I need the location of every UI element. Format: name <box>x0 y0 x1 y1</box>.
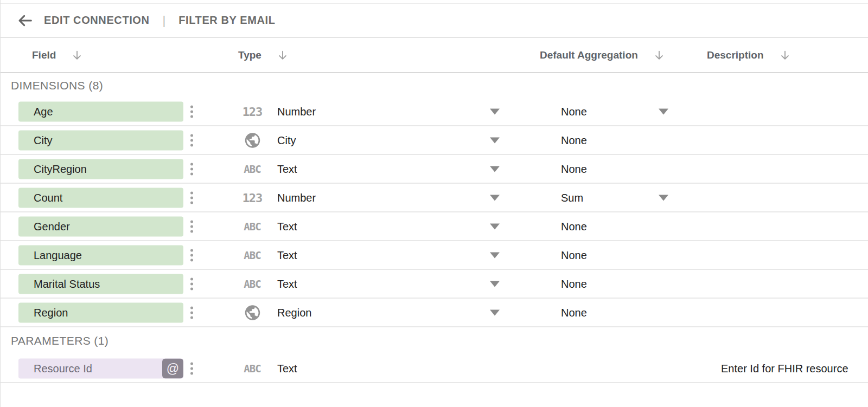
field-column-label: Field <box>32 49 56 61</box>
column-header-default-aggregation[interactable]: Default Aggregation <box>540 49 665 61</box>
field-editor-page: EDIT CONNECTION | FILTER BY EMAIL Field … <box>0 0 868 407</box>
type-select-value[interactable]: Text <box>277 163 297 175</box>
aggregation-value: None <box>561 220 587 232</box>
more-options-icon[interactable] <box>187 246 196 264</box>
type-select-value[interactable]: City <box>277 134 296 146</box>
text-type-icon: ABC <box>238 221 266 232</box>
more-options-icon[interactable] <box>187 188 196 207</box>
type-select-value[interactable]: Text <box>277 277 297 290</box>
column-header-type[interactable]: Type <box>238 49 289 61</box>
parameters-section-header: PARAMETERS (1) <box>1 327 868 354</box>
type-select-value[interactable]: Text <box>277 220 297 232</box>
field-name-chip[interactable]: CityRegion <box>18 159 183 179</box>
field-name-chip[interactable]: Age <box>18 101 183 121</box>
type-dropdown-caret-icon[interactable] <box>490 252 500 258</box>
type-dropdown-caret-icon[interactable] <box>490 137 500 143</box>
field-row-cityregion: CityRegion ABC Text None <box>1 155 868 184</box>
aggregation-value: None <box>561 306 587 319</box>
type-dropdown-caret-icon[interactable] <box>490 108 500 114</box>
aggregation-dropdown-caret-icon[interactable] <box>659 108 668 114</box>
type-select-value[interactable]: Number <box>277 191 316 204</box>
type-select-value[interactable]: Number <box>277 105 316 118</box>
more-options-icon[interactable] <box>187 131 196 150</box>
type-dropdown-caret-icon[interactable] <box>490 281 500 287</box>
arrow-back-icon <box>16 12 34 29</box>
more-options-icon[interactable] <box>187 159 196 178</box>
aggregation-select-value[interactable]: None <box>561 105 587 118</box>
field-row-marital-status: Marital Status ABC Text None <box>1 270 868 299</box>
more-options-icon[interactable] <box>187 217 196 236</box>
sort-down-icon[interactable] <box>653 49 665 61</box>
field-row-region: Region Region None <box>1 299 868 327</box>
filter-by-email-link[interactable]: FILTER BY EMAIL <box>178 14 275 27</box>
default-aggregation-column-label: Default Aggregation <box>540 49 638 61</box>
text-type-icon: ABC <box>238 163 266 175</box>
parameter-description[interactable]: Enter Id for FHIR resource <box>721 362 848 374</box>
globe-geo-icon <box>238 303 266 321</box>
field-row-language: Language ABC Text None <box>1 241 868 270</box>
column-header-row: Field Type Default Aggregation Descripti… <box>1 38 868 73</box>
aggregation-value: None <box>561 277 587 290</box>
edit-connection-link[interactable]: EDIT CONNECTION <box>44 14 150 27</box>
top-divider <box>1 0 868 4</box>
field-name-chip[interactable]: Language <box>18 245 183 265</box>
type-select-value[interactable]: Text <box>277 249 297 261</box>
field-name-chip[interactable]: City <box>18 130 183 150</box>
field-name-chip[interactable]: Region <box>18 302 183 322</box>
aggregation-value: None <box>561 249 587 261</box>
dimensions-section-header: DIMENSIONS (8) <box>1 73 868 98</box>
field-name-chip[interactable]: Marital Status <box>18 274 183 294</box>
text-type-icon: ABC <box>238 249 266 261</box>
text-type-icon: ABC <box>238 363 266 374</box>
toolbar-separator: | <box>163 14 166 28</box>
type-dropdown-caret-icon[interactable] <box>490 309 500 315</box>
field-name-label: Region <box>34 306 68 319</box>
parameter-at-badge: @ <box>162 358 183 378</box>
sort-down-icon[interactable] <box>71 49 83 61</box>
field-row-gender: Gender ABC Text None <box>1 212 868 241</box>
parameter-name-chip[interactable]: Resource Id @ <box>18 358 183 378</box>
description-column-label: Description <box>707 49 764 61</box>
more-options-icon[interactable] <box>187 359 196 378</box>
field-name-label: Marital Status <box>34 277 100 290</box>
aggregation-select-value[interactable]: Sum <box>561 191 583 204</box>
field-row-count: Count 123 Number Sum <box>1 184 868 212</box>
field-name-label: City <box>34 134 52 146</box>
field-name-label: CityRegion <box>34 163 87 175</box>
text-type-icon: ABC <box>238 278 266 290</box>
parameter-name-label: Resource Id <box>18 362 162 374</box>
more-options-icon[interactable] <box>187 303 196 322</box>
field-name-label: Count <box>34 191 62 204</box>
field-name-label: Age <box>34 105 53 118</box>
field-name-label: Gender <box>34 220 70 232</box>
type-value: Text <box>277 362 297 374</box>
toolbar: EDIT CONNECTION | FILTER BY EMAIL <box>1 4 868 38</box>
field-row-city: City City None <box>1 126 868 155</box>
column-header-field[interactable]: Field <box>32 49 83 61</box>
type-dropdown-caret-icon[interactable] <box>490 223 500 229</box>
field-name-chip[interactable]: Count <box>18 188 183 208</box>
sort-down-icon[interactable] <box>277 49 289 61</box>
number-type-icon: 123 <box>238 191 266 204</box>
field-name-label: Language <box>34 249 82 261</box>
more-options-icon[interactable] <box>187 274 196 293</box>
globe-geo-icon <box>238 131 266 149</box>
type-dropdown-caret-icon[interactable] <box>490 166 500 172</box>
more-options-icon[interactable] <box>187 102 196 121</box>
back-button[interactable] <box>16 11 34 30</box>
type-column-label: Type <box>238 49 261 61</box>
type-dropdown-caret-icon[interactable] <box>490 195 500 201</box>
parameter-row-resource-id: Resource Id @ ABC Text Enter Id for FHIR… <box>1 354 868 383</box>
aggregation-dropdown-caret-icon[interactable] <box>659 195 668 201</box>
number-type-icon: 123 <box>238 105 266 118</box>
sort-down-icon[interactable] <box>779 49 791 61</box>
field-name-chip[interactable]: Gender <box>18 216 183 236</box>
aggregation-value: None <box>561 163 587 175</box>
column-header-description[interactable]: Description <box>707 49 791 61</box>
field-row-age: Age 123 Number None <box>1 98 868 126</box>
aggregation-value: None <box>561 134 587 146</box>
type-select-value[interactable]: Region <box>277 306 311 319</box>
